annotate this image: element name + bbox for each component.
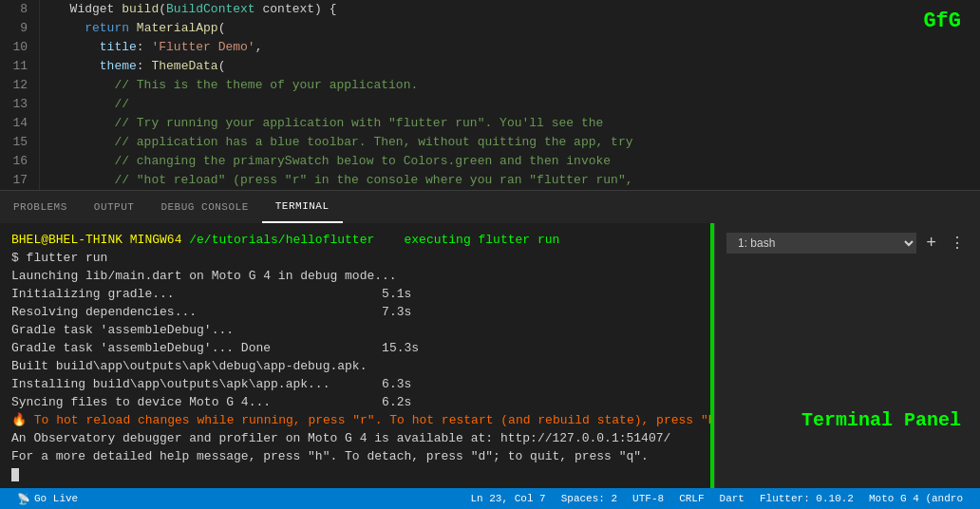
code-line: // application has a blue toolbar. Then,…	[55, 133, 980, 152]
line-ending-value: CRLF	[679, 493, 704, 504]
status-flutter-version[interactable]: Flutter: 0.10.2	[752, 488, 861, 509]
code-token: // application has a blue toolbar. Then,…	[55, 135, 633, 149]
spaces-value: Spaces: 2	[561, 493, 617, 504]
tab-terminal[interactable]: TERMINAL	[262, 191, 343, 223]
terminal-text: Built build\app\outputs\apk\debug\app-de…	[11, 359, 367, 373]
gfg-watermark: GfG	[923, 9, 961, 33]
terminal-timing: 7.3s	[382, 305, 411, 319]
go-live-label: Go Live	[34, 493, 78, 504]
code-token: title	[100, 40, 137, 54]
code-token: build	[122, 2, 159, 16]
language-value: Dart	[720, 493, 744, 504]
terminal-text: Gradle task 'assembleDebug'...	[11, 323, 234, 337]
line-number: 14	[8, 114, 28, 133]
code-token: :	[137, 59, 152, 73]
terminal-prompt-part: BHEL@BHEL-THINK MINGW64	[11, 233, 181, 247]
status-encoding[interactable]: UTF-8	[625, 488, 671, 509]
code-content: Widget build(BuildContext context) { ret…	[40, 0, 980, 190]
panel-tabs: PROBLEMS OUTPUT DEBUG CONSOLE TERMINAL	[0, 190, 980, 223]
tab-debug-console[interactable]: DEBUG CONSOLE	[147, 191, 261, 223]
status-language[interactable]: Dart	[712, 488, 752, 509]
status-ln-col[interactable]: Ln 23, Col 7	[462, 488, 553, 509]
terminal-line: For a more detailed help message, press …	[11, 447, 699, 465]
terminal-warning: 🔥 To hot reload changes while running, p…	[11, 413, 710, 427]
terminal-text: $ flutter run	[11, 251, 107, 265]
panel-right: 1: bash + ⋮ Terminal Panel	[714, 223, 980, 488]
code-token: // changing the primarySwatch below to C…	[55, 154, 611, 168]
device-value: Moto G 4 (andro	[869, 493, 963, 504]
terminal-wrapper: BHEL@BHEL-THINK MINGW64 /e/tutorials/hel…	[0, 223, 980, 488]
terminal-line: BHEL@BHEL-THINK MINGW64 /e/tutorials/hel…	[11, 231, 699, 249]
line-number: 9	[8, 19, 28, 38]
line-numbers: 891011121314151617	[0, 0, 40, 190]
code-token: ,	[255, 40, 263, 54]
radio-tower-icon: 📡	[17, 493, 30, 505]
code-line: // "hot reload" (press "r" in the consol…	[55, 171, 980, 190]
code-token: // This is the theme of your application…	[55, 78, 418, 92]
terminal-line: Initializing gradle... 5.1s	[11, 285, 699, 303]
terminal-timing: 6.2s	[382, 395, 411, 409]
line-number: 13	[8, 95, 28, 114]
code-token: MaterialApp	[137, 21, 218, 35]
flutter-version-value: Flutter: 0.10.2	[760, 493, 854, 504]
terminal-line: $ flutter run	[11, 249, 699, 267]
terminal-cursor	[11, 468, 19, 481]
code-line: // changing the primarySwatch below to C…	[55, 152, 980, 171]
terminal-text: Launching lib/main.dart on Moto G 4 in d…	[11, 269, 397, 283]
terminal-cursor-line	[11, 465, 699, 483]
code-token: (	[159, 2, 166, 16]
code-token: (	[218, 21, 226, 35]
line-number: 8	[8, 0, 28, 19]
code-line: return MaterialApp(	[55, 19, 980, 38]
terminal-prompt-part	[374, 233, 404, 247]
terminal-line: Gradle task 'assembleDebug'...	[11, 321, 699, 339]
code-token: theme	[100, 59, 137, 73]
code-token: ThemeData	[151, 59, 217, 73]
code-line: Widget build(BuildContext context) {	[55, 0, 980, 19]
more-options-button[interactable]: ⋮	[946, 234, 969, 253]
encoding-value: UTF-8	[632, 493, 664, 504]
line-number: 11	[8, 57, 28, 76]
terminal-text: Installing build\app\outputs\apk\app.apk…	[11, 377, 330, 391]
code-token	[55, 40, 100, 54]
status-spaces[interactable]: Spaces: 2	[554, 488, 625, 509]
bash-select[interactable]: 1: bash	[726, 233, 916, 254]
terminal-line: Syncing files to device Moto G 4... 6.2s	[11, 393, 699, 411]
terminal-panel-label: Terminal Panel	[801, 409, 961, 431]
code-token: context) {	[255, 2, 337, 16]
panel-controls: 1: bash + ⋮	[723, 231, 972, 255]
tab-problems[interactable]: PROBLEMS	[0, 191, 81, 223]
status-device[interactable]: Moto G 4 (andro	[861, 488, 971, 509]
code-token	[55, 21, 85, 35]
status-bar: 📡 Go Live Ln 23, Col 7 Spaces: 2 UTF-8 C…	[0, 488, 980, 509]
terminal-timing: 15.3s	[382, 341, 419, 355]
status-line-ending[interactable]: CRLF	[671, 488, 711, 509]
code-token: 'Flutter Demo'	[151, 40, 254, 54]
terminal-line: Resolving dependencies... 7.3s	[11, 303, 699, 321]
go-live-button[interactable]: 📡 Go Live	[9, 488, 85, 509]
code-token: // Try running your application with "fl…	[55, 116, 603, 130]
code-line: title: 'Flutter Demo',	[55, 38, 980, 57]
editor-area: 891011121314151617 Widget build(BuildCon…	[0, 0, 980, 190]
code-token: // "hot reload" (press "r" in the consol…	[55, 173, 633, 187]
terminal-text: Syncing files to device Moto G 4...	[11, 395, 271, 409]
line-number: 10	[8, 38, 28, 57]
terminal-line: Built build\app\outputs\apk\debug\app-de…	[11, 357, 699, 375]
terminal-prompt-part: /e/tutorials/helloflutter	[181, 233, 374, 247]
terminal-text: An Observatory debugger and profiler on …	[11, 431, 670, 445]
terminal-line: Gradle task 'assembleDebug'... Done 15.3…	[11, 339, 699, 357]
code-token: Widget	[55, 2, 122, 16]
line-number: 17	[8, 171, 28, 190]
code-token: :	[137, 40, 152, 54]
terminal-line: Installing build\app\outputs\apk\app.apk…	[11, 375, 699, 393]
code-line: //	[55, 95, 980, 114]
code-line: // Try running your application with "fl…	[55, 114, 980, 133]
code-line: theme: ThemeData(	[55, 57, 980, 76]
terminal-text: Initializing gradle...	[11, 287, 175, 301]
terminal-text: Resolving dependencies...	[11, 305, 197, 319]
tab-output[interactable]: OUTPUT	[81, 191, 148, 223]
code-token	[129, 21, 137, 35]
code-token	[55, 59, 100, 73]
add-terminal-button[interactable]: +	[922, 234, 940, 253]
terminal-content[interactable]: BHEL@BHEL-THINK MINGW64 /e/tutorials/hel…	[0, 223, 710, 488]
